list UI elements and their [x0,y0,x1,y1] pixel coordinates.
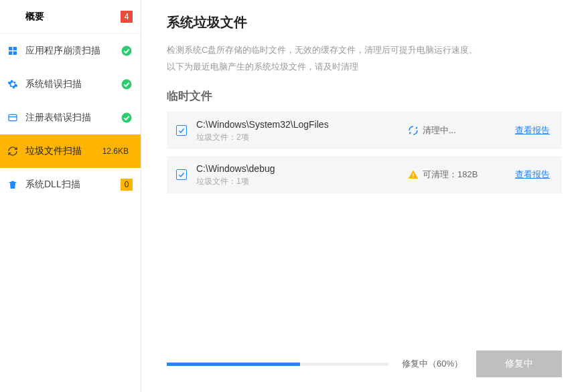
overview-badge: 4 [121,11,133,23]
file-sub: 垃圾文件：1项 [196,176,408,187]
file-status-text: 可清理：182B [423,169,478,181]
count-badge: 0 [121,179,133,191]
footer: 修复中（60%） 修复中 [167,351,562,377]
section-title: 临时文件 [167,88,562,104]
sidebar-item-label: 系统DLL扫描 [25,179,121,191]
file-list: C:\Windows\System32\LogFiles 垃圾文件：2项 清理中… [167,112,562,193]
progress-bar [167,363,388,366]
svg-rect-1 [13,47,17,50]
file-checkbox[interactable] [176,125,187,136]
svg-rect-9 [413,173,413,176]
view-report-link[interactable]: 查看报告 [515,169,550,181]
sidebar-item-label: 系统错误扫描 [25,78,121,90]
gear-icon [7,78,19,90]
svg-point-5 [122,80,132,90]
ok-badge-icon [121,112,133,124]
ok-badge-icon [121,78,133,90]
desc-line: 检测系统C盘所存储的临时文件，无效的缓存文件，清理后可提升电脑运行速度。 [167,45,478,55]
svg-rect-0 [9,47,12,50]
page-title: 系统垃圾文件 [167,13,562,31]
sidebar: 概要 4 应用程序崩溃扫描 系统错误扫描 注册表错误扫描 垃 [0,0,141,392]
sidebar-item-syserr[interactable]: 系统错误扫描 [0,68,141,101]
view-report-link[interactable]: 查看报告 [515,124,550,136]
file-item: C:\Windows\System32\LogFiles 垃圾文件：2项 清理中… [167,112,562,149]
sidebar-item-junk[interactable]: 垃圾文件扫描 12.6KB [0,134,141,168]
file-status-text: 清理中... [423,124,456,136]
file-info: C:\Windows\System32\LogFiles 垃圾文件：2项 [196,118,408,143]
page-description: 检测系统C盘所存储的临时文件，无效的缓存文件，清理后可提升电脑运行速度。 以下为… [167,42,562,75]
sidebar-item-dll[interactable]: 系统DLL扫描 0 [0,168,141,201]
size-badge: 12.6KB [98,145,133,157]
sidebar-item-label: 应用程序崩溃扫描 [25,45,121,57]
trash-icon [7,179,19,191]
file-path: C:\Windows\System32\LogFiles [196,118,408,130]
file-info: C:\Windows\debug 垃圾文件：1项 [196,163,408,187]
svg-point-4 [122,46,132,56]
repair-button[interactable]: 修复中 [476,351,562,377]
svg-rect-6 [9,114,17,120]
file-checkbox[interactable] [176,169,187,180]
svg-rect-3 [13,52,17,55]
svg-rect-10 [413,177,413,178]
warning-icon [408,169,419,180]
refresh-icon [7,145,19,157]
progress-fill [167,363,300,366]
sidebar-item-label: 垃圾文件扫描 [25,145,98,157]
svg-rect-2 [9,52,12,55]
overview-label: 概要 [25,11,121,23]
sidebar-item-label: 注册表错误扫描 [25,112,121,124]
file-status: 清理中... [408,124,502,136]
sidebar-item-crash[interactable]: 应用程序崩溃扫描 [0,34,141,68]
desc-line: 以下为最近电脑产生的系统垃圾文件，请及时清理 [167,62,358,72]
svg-point-8 [122,113,132,123]
overview-icon [7,11,19,23]
main-content: 系统垃圾文件 检测系统C盘所存储的临时文件，无效的缓存文件，清理后可提升电脑运行… [141,0,582,392]
file-sub: 垃圾文件：2项 [196,132,408,143]
crash-icon [7,45,19,57]
progress-text: 修复中（60%） [402,358,463,370]
registry-icon [7,112,19,124]
file-item: C:\Windows\debug 垃圾文件：1项 可清理：182B 查看报告 [167,156,562,193]
file-path: C:\Windows\debug [196,163,408,175]
ok-badge-icon [121,45,133,57]
sidebar-item-registry[interactable]: 注册表错误扫描 [0,101,141,134]
file-status: 可清理：182B [408,169,502,181]
sidebar-overview[interactable]: 概要 4 [0,0,141,33]
spinner-icon [408,125,419,136]
